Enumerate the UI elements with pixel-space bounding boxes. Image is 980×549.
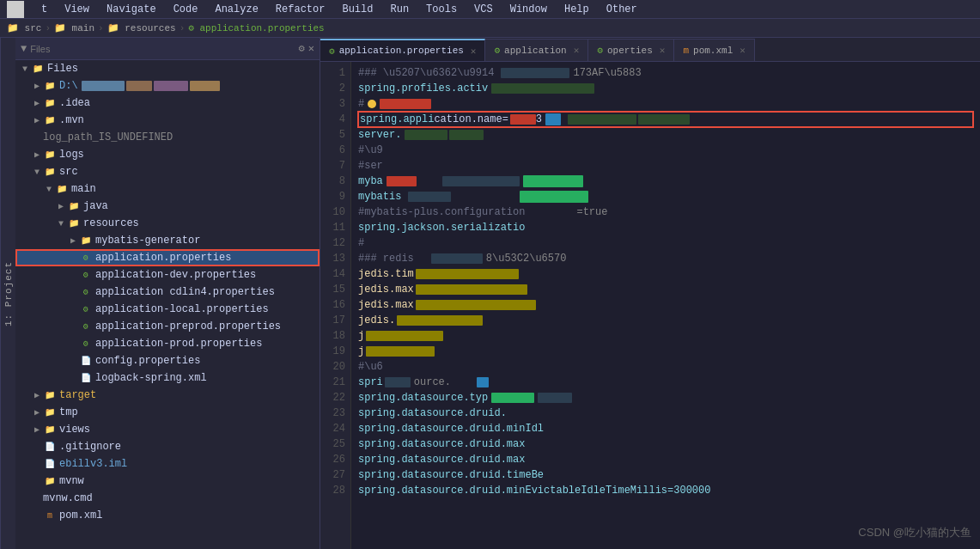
menu-item-help[interactable]: Help (561, 2, 593, 17)
tab-application[interactable]: ⚙ application ✕ (485, 39, 588, 61)
tree-item-iml[interactable]: 📄 ebillv3.iml (15, 455, 320, 473)
tree-label: views (59, 424, 90, 436)
tree-item-app-dev[interactable]: ⚙ application-dev.properties (15, 266, 320, 284)
tree-item-app-preprod[interactable]: ⚙ application-preprod.properties (15, 318, 320, 335)
tab-label: operties (607, 46, 653, 56)
tree-item-logback[interactable]: 📄 logback-spring.xml (15, 369, 320, 387)
tree-item-application-properties[interactable]: ⚙ application.properties (15, 249, 320, 266)
code-line-12: # (358, 235, 973, 251)
tree-item-main[interactable]: ▼ 📁 main (15, 180, 320, 198)
arrow-icon: ▼ (43, 185, 55, 194)
tree-close-icon[interactable]: ✕ (308, 42, 314, 55)
menu-item-navigate[interactable]: Navigate (103, 2, 160, 17)
breadcrumb-main[interactable]: 📁 main (54, 22, 94, 34)
menu-item-view[interactable]: View (61, 2, 93, 17)
tree-item-log-path[interactable]: log_path_IS_UNDEFINED (15, 129, 320, 146)
code-line-19: j (358, 344, 973, 359)
properties-icon: ⚙ (79, 285, 93, 299)
tree-item-mvnw-cmd[interactable]: mvnw.cmd (15, 490, 320, 507)
tree-label: config.properties (95, 355, 200, 367)
menu-item-vcs[interactable]: VCS (471, 2, 496, 17)
tree-item-app-cdlin[interactable]: ⚙ application cdlin4.properties (15, 284, 320, 301)
code-line-16: jedis.max (358, 297, 973, 313)
tree-item-resources[interactable]: ▼ 📁 resources (15, 215, 320, 232)
menu-item-window[interactable]: Window (507, 2, 551, 17)
folder-icon: 📁 (43, 96, 57, 110)
breadcrumb-src[interactable]: 📁 src (7, 22, 41, 34)
project-panel-label[interactable]: 1: Project (0, 38, 15, 549)
menu-item-run[interactable]: Run (387, 2, 412, 17)
breadcrumb-sep2: › (98, 23, 104, 34)
tree-label: mvnw.cmd (43, 492, 93, 504)
arrow-icon: ▶ (31, 407, 43, 418)
menu-bar: t View Navigate Code Analyze Refactor Bu… (0, 0, 980, 19)
arrow-icon: ▶ (67, 235, 79, 246)
tree-item-src[interactable]: ▼ 📁 src (15, 163, 320, 180)
arrow-icon: ▶ (31, 390, 43, 400)
menu-item-analyze[interactable]: Analyze (211, 2, 261, 17)
tree-item-config[interactable]: 📄 config.properties (15, 352, 320, 369)
tab-close-btn[interactable]: ✕ (660, 45, 666, 56)
config-icon: 📄 (79, 354, 93, 368)
tree-item-logs[interactable]: ▶ 📁 logs (15, 146, 320, 163)
main-container: 1: Project ▼ ⚙ ✕ ▼ 📁 Files ▶ 📁 D:\ (0, 38, 980, 549)
folder-icon: 📁 (67, 217, 81, 230)
menu-item-t[interactable]: t (38, 2, 51, 17)
watermark: CSDN @吃小猫的大鱼 (858, 525, 971, 540)
tab-close-btn[interactable]: ✕ (574, 45, 580, 56)
tree-item-idea[interactable]: ▶ 📁 .idea (15, 95, 320, 112)
tree-item-mvn[interactable]: ▶ 📁 .mvn (15, 112, 320, 129)
tree-label: logs (59, 149, 84, 161)
tab-icon: m (683, 46, 689, 56)
breadcrumb-sep1: › (45, 23, 51, 34)
tab-label: pom.xml (693, 46, 733, 56)
breadcrumb-sep3: › (180, 23, 186, 34)
code-line-3: # (358, 96, 973, 112)
app-logo (7, 1, 24, 18)
tree-search-input[interactable] (30, 44, 295, 54)
tree-item-views[interactable]: ▶ 📁 views (15, 421, 320, 438)
tree-item-mvnw[interactable]: 📁 mvnw (15, 473, 320, 490)
code-line-7: #ser (358, 158, 973, 174)
tab-close-btn[interactable]: ✕ (471, 46, 477, 57)
tree-item-target[interactable]: ▶ 📁 target (15, 387, 320, 404)
menu-item-other[interactable]: Other (603, 2, 641, 17)
tab-pom-xml[interactable]: m pom.xml ✕ (674, 39, 754, 61)
menu-item-tools[interactable]: Tools (423, 2, 460, 17)
tree-item-app-local[interactable]: ⚙ application-local.properties (15, 301, 320, 318)
tree-label: target (59, 389, 96, 401)
arrow-icon: ▶ (31, 115, 43, 125)
tree-item-tmp[interactable]: ▶ 📁 tmp (15, 404, 320, 421)
tree-label: main (71, 183, 96, 195)
folder-icon: 📁 (43, 79, 57, 93)
tree-item-mybatis-gen[interactable]: ▶ 📁 mybatis-generator (15, 232, 320, 249)
menu-item-build[interactable]: Build (338, 2, 376, 17)
tree-label: D:\ (59, 80, 78, 92)
code-line-5: server. (358, 127, 973, 143)
tree-label: pom.xml (59, 509, 102, 522)
breadcrumb-resources[interactable]: 📁 resources (107, 22, 176, 34)
tab-bar: ⚙ application.properties ✕ ⚙ application… (320, 38, 980, 62)
properties-icon: ⚙ (79, 337, 93, 351)
tree-item-java[interactable]: ▶ 📁 java (15, 198, 320, 215)
code-line-6: #\u9 (358, 143, 973, 158)
tab-application-properties[interactable]: ⚙ application.properties ✕ (320, 39, 485, 61)
tab-operties[interactable]: ⚙ operties ✕ (588, 39, 674, 61)
code-line-22: spring.datasource.typ (358, 390, 973, 406)
tree-settings-icon[interactable]: ⚙ (299, 42, 305, 55)
code-content[interactable]: ### \u5207\u6362\u9914 173AF\u5883 sprin… (351, 62, 980, 549)
tree-item-root[interactable]: ▼ 📁 Files (15, 60, 320, 77)
tree-item-d-drive[interactable]: ▶ 📁 D:\ (15, 77, 320, 95)
xml-icon: m (43, 509, 57, 522)
arrow-icon: ▶ (31, 81, 43, 91)
breadcrumb-file[interactable]: ⚙ application.properties (188, 22, 324, 34)
tab-close-btn[interactable]: ✕ (740, 45, 746, 56)
folder-icon: 📁 (31, 62, 45, 76)
tree-label: application.properties (95, 252, 231, 264)
tree-item-pom[interactable]: m pom.xml (15, 507, 320, 524)
tree-item-gitignore[interactable]: 📄 .gitignore (15, 438, 320, 455)
tree-item-app-prod[interactable]: ⚙ application-prod.properties (15, 335, 320, 352)
folder-icon: 📁 (43, 406, 57, 419)
menu-item-code[interactable]: Code (170, 2, 202, 17)
menu-item-refactor[interactable]: Refactor (272, 2, 329, 17)
